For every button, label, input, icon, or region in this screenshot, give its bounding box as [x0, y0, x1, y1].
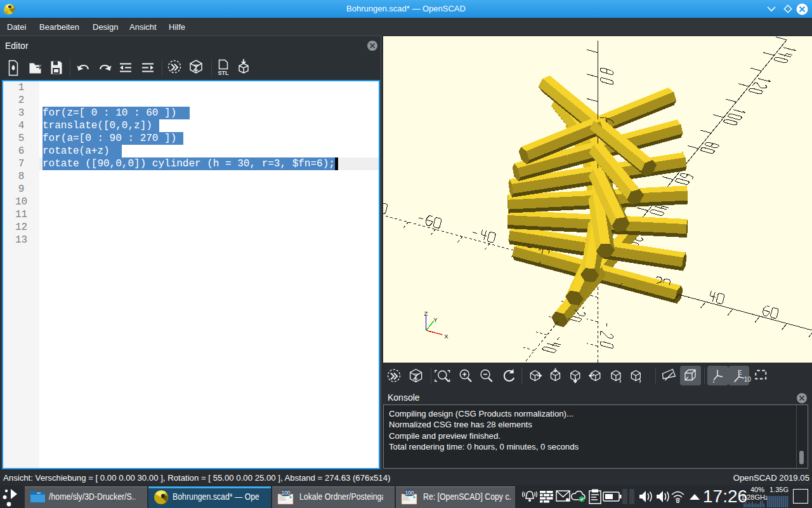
svg-text:Y: Y: [433, 316, 438, 323]
svg-text:X: X: [444, 333, 449, 340]
svg-text:100: 100: [281, 490, 290, 496]
svg-text:Z: Z: [424, 310, 428, 317]
svg-text:STL: STL: [218, 70, 230, 76]
svg-text:100: 100: [405, 490, 414, 496]
svg-text:10: 10: [744, 376, 752, 383]
